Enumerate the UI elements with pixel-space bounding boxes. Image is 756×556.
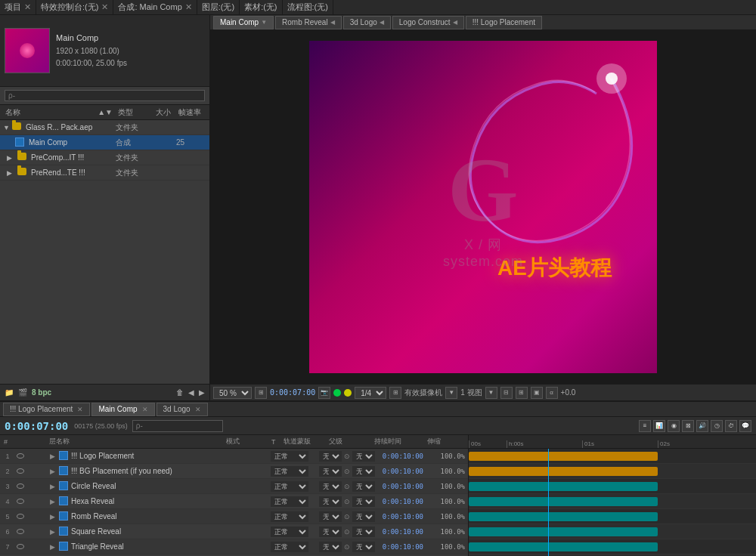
parent-select[interactable]: 无 — [352, 466, 375, 477]
parent-select[interactable]: 无 — [352, 481, 375, 492]
new-comp-icon[interactable]: 🎬 — [18, 388, 27, 397]
layer-bar[interactable] — [469, 452, 658, 461]
tab-logo-construct[interactable]: Logo Construct ◀ — [392, 16, 464, 29]
project-search-input[interactable] — [5, 90, 205, 101]
tl-search-input[interactable] — [132, 420, 223, 432]
tl-audio-btn[interactable]: 🔊 — [696, 420, 708, 432]
expand-layer-btn[interactable]: ▶ — [47, 542, 57, 552]
panel-effects[interactable]: 特效控制台:(无) ✕ — [36, 0, 113, 14]
close-effects-panel[interactable]: ✕ — [101, 2, 108, 12]
visibility-toggle[interactable] — [15, 481, 26, 492]
blend-mode-select[interactable]: 正常 — [271, 481, 308, 492]
tl-tab-close[interactable]: ✕ — [142, 406, 148, 413]
fit-to-window-btn[interactable]: ⊞ — [255, 387, 267, 399]
list-item[interactable]: Main Comp 合成 25 — [0, 135, 209, 150]
blend-mode-select[interactable]: 正常 — [271, 451, 308, 462]
visibility-toggle[interactable] — [15, 527, 26, 537]
track-matte-select[interactable]: 无 — [319, 481, 342, 492]
track-matte-select[interactable]: 无 — [319, 496, 342, 507]
tl-snap-btn[interactable]: ⊠ — [682, 420, 694, 432]
blend-mode-select[interactable]: 正常 — [271, 496, 308, 507]
tab-logo-placement[interactable]: !!! Logo Placement — [466, 16, 542, 29]
panel-comp[interactable]: 合成: Main Comp ✕ — [113, 0, 197, 14]
layer-bar[interactable] — [469, 467, 658, 476]
tab-3d-logo[interactable]: 3d Logo ◀ — [343, 16, 391, 29]
close-project-panel[interactable]: ✕ — [24, 2, 31, 12]
track-matte-select[interactable]: 无 — [319, 527, 342, 537]
visibility-toggle[interactable] — [15, 466, 26, 477]
project-search-bar[interactable] — [0, 87, 209, 105]
layer-bar[interactable] — [469, 482, 658, 491]
fx-icon: ⊙ — [342, 528, 352, 536]
prev-arrow-icon[interactable]: ◀ — [188, 388, 194, 397]
visibility-toggle[interactable] — [15, 511, 26, 522]
visibility-toggle[interactable] — [15, 542, 26, 552]
tl-tab-main-comp[interactable]: Main Comp ✕ — [91, 403, 154, 416]
camera-dropdown-btn[interactable]: ▼ — [445, 387, 457, 399]
snapshot-btn[interactable]: 📷 — [318, 387, 330, 399]
layout-btn[interactable]: ⊟ — [500, 387, 513, 399]
expand-layer-btn[interactable]: ▶ — [47, 451, 57, 462]
panel-project[interactable]: 项目 ✕ — [0, 0, 36, 14]
parent-select[interactable]: 无 — [352, 451, 375, 462]
visibility-toggle[interactable] — [15, 496, 26, 507]
tl-comment-btn[interactable]: 💬 — [739, 420, 751, 432]
layer-bar[interactable] — [469, 527, 658, 536]
zoom-control[interactable]: 50 % — [213, 387, 252, 399]
views-dropdown-btn[interactable]: ▼ — [485, 387, 497, 399]
parent-select[interactable]: 无 — [352, 496, 375, 507]
tl-graph-btn[interactable]: 📊 — [653, 420, 665, 432]
fraction-dropdown[interactable]: 1/4 — [355, 387, 386, 399]
expand-layer-btn[interactable]: ▶ — [47, 511, 57, 522]
visibility-toggle[interactable] — [15, 451, 26, 462]
zoom-dropdown[interactable]: 50 % — [213, 387, 252, 399]
track-matte-select[interactable]: 无 — [319, 511, 342, 522]
tl-solo-btn[interactable]: ◷ — [711, 420, 723, 432]
tl-toggle-btn[interactable]: ≡ — [639, 420, 651, 432]
tl-mode-btn[interactable]: ◉ — [668, 420, 680, 432]
blend-mode-select[interactable]: 正常 — [271, 466, 308, 477]
stretch-value: 100.0% — [426, 543, 468, 551]
expand-layer-btn[interactable]: ▶ — [47, 527, 57, 537]
track-matte-select[interactable]: 无 — [319, 451, 342, 462]
track-matte-select[interactable]: 无 — [319, 466, 342, 477]
panel-flowchart[interactable]: 流程图:(无) — [283, 0, 333, 14]
fraction-control[interactable]: 1/4 — [355, 387, 386, 399]
layer-bar[interactable] — [469, 497, 658, 506]
trash-icon[interactable]: 🗑 — [176, 388, 184, 397]
layer-type-icon — [59, 451, 70, 462]
layout-btn2[interactable]: ⊞ — [516, 387, 528, 399]
tl-clock-btn[interactable]: ⏱ — [725, 420, 737, 432]
tl-tab-3d-logo[interactable]: 3d Logo ✕ — [156, 403, 208, 416]
folder-icon — [17, 168, 28, 178]
expand-layer-btn[interactable]: ▶ — [47, 496, 57, 507]
parent-select[interactable]: 无 — [352, 527, 375, 537]
panel-footage[interactable]: 素材:(无) — [240, 0, 282, 14]
track-matte-select[interactable]: 无 — [319, 542, 342, 552]
expand-layer-btn[interactable]: ▶ — [47, 481, 57, 492]
expand-layer-btn[interactable]: ▶ — [47, 466, 57, 477]
tl-tab-close[interactable]: ✕ — [195, 406, 201, 413]
blend-mode-select[interactable]: 正常 — [271, 511, 308, 522]
channel-btn[interactable]: ▣ — [531, 387, 543, 399]
blend-mode-select[interactable]: 正常 — [271, 542, 308, 552]
list-item[interactable]: ▶ PreRend...TE !!! 文件夹 — [0, 165, 209, 181]
tl-tab-logo-placement[interactable]: !!! Logo Placement ✕ — [3, 403, 90, 416]
layer-bar[interactable] — [469, 512, 658, 521]
parent-select[interactable]: 无 — [352, 511, 375, 522]
tl-tab-close[interactable]: ✕ — [77, 406, 83, 413]
close-comp-panel[interactable]: ✕ — [185, 2, 192, 12]
list-item[interactable]: ▼ Glass R... Pack.aep 文件夹 — [0, 120, 209, 135]
list-item[interactable]: ▶ PreComp...IT !!! 文件夹 — [0, 150, 209, 165]
new-folder-icon[interactable]: 📁 — [5, 388, 14, 397]
parent-select[interactable]: 无 — [352, 542, 375, 552]
tab-main-comp[interactable]: Main Comp ▼ — [213, 16, 274, 29]
blend-mode-select[interactable]: 正常 — [271, 527, 308, 537]
layer-bar[interactable] — [469, 542, 658, 551]
next-arrow-icon[interactable]: ▶ — [199, 388, 205, 397]
playhead[interactable] — [548, 449, 549, 556]
panel-layer[interactable]: 图层:(无) — [197, 0, 240, 14]
grid-btn[interactable]: ⊞ — [389, 387, 401, 399]
alpha-btn[interactable]: α — [546, 387, 558, 399]
tab-romb-reveal[interactable]: Romb Reveal ◀ — [275, 16, 342, 29]
